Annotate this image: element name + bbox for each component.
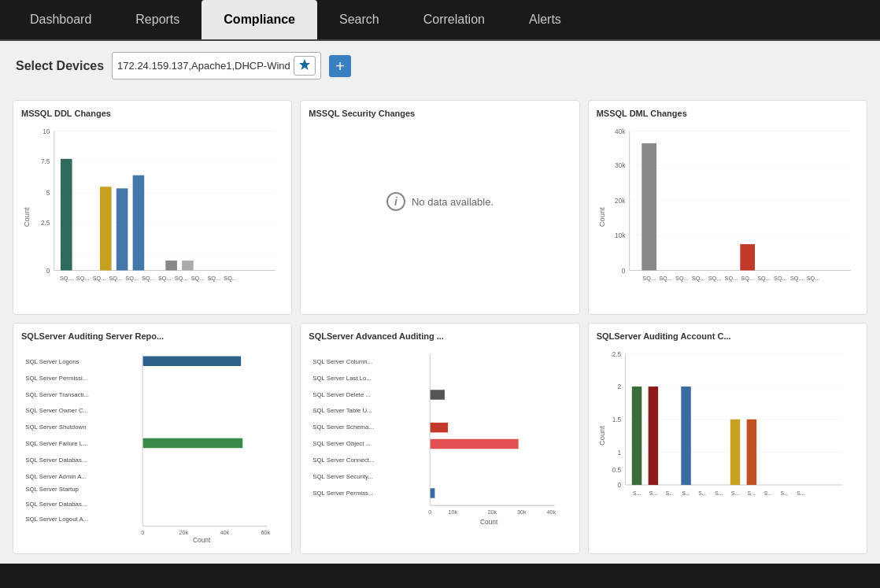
chart-title-server: SQLServer Auditing Server Repo... (21, 331, 283, 341)
svg-text:SQL Server Databas...: SQL Server Databas... (25, 457, 87, 464)
svg-text:S...: S... (698, 490, 706, 496)
svg-text:Count: Count (23, 207, 31, 227)
svg-text:SQ...: SQ... (224, 275, 237, 282)
svg-text:SQ...: SQ... (659, 275, 672, 282)
tab-compliance[interactable]: Compliance (202, 0, 317, 39)
device-input-text[interactable]: 172.24.159.137,Apache1,DHCP-Wind (117, 60, 290, 72)
server-chart-svg: SQL Server Logons SQL Server Permissi...… (21, 346, 283, 542)
svg-text:SQ...: SQ... (790, 275, 804, 282)
dml-chart-svg: Count 40k 30k 20k 10k 0 SQ... SQ... SQ..… (597, 123, 859, 303)
svg-text:30k: 30k (517, 508, 527, 516)
svg-text:10k: 10k (449, 508, 458, 516)
svg-rect-43 (642, 143, 656, 270)
svg-text:SQL Server Logons: SQL Server Logons (25, 358, 79, 365)
chart-svg-server: SQL Server Logons SQL Server Permissi...… (21, 346, 283, 545)
svg-text:S...: S... (797, 490, 804, 496)
svg-rect-114 (746, 420, 756, 485)
svg-text:S...: S... (764, 490, 771, 496)
chart-sqlserver-auditing-account: SQLServer Auditing Account C... Count 2.… (588, 323, 867, 554)
svg-text:SQL Server Transacti...: SQL Server Transacti... (25, 391, 89, 398)
svg-text:20k: 20k (179, 529, 188, 536)
svg-rect-17 (133, 176, 145, 271)
svg-text:SQL Server Failure L...: SQL Server Failure L... (25, 440, 87, 447)
svg-text:SQL Server Databas...: SQL Server Databas... (25, 501, 87, 508)
navigation-bar: Dashboard Reports Compliance Search Corr… (0, 0, 880, 41)
star-icon (298, 58, 311, 71)
svg-text:2.5: 2.5 (41, 219, 50, 227)
svg-text:Count: Count (480, 518, 498, 526)
svg-text:SQL Server Admin A...: SQL Server Admin A... (25, 473, 87, 480)
svg-text:SQ...: SQ... (207, 275, 220, 282)
svg-text:SQL Server Connect...: SQL Server Connect... (313, 457, 375, 464)
chart-svg-account: Count 2.5 2 1.5 1 0.5 0 (597, 346, 859, 529)
svg-text:S...: S... (682, 490, 690, 496)
svg-text:SQL Server Permiss...: SQL Server Permiss... (313, 490, 374, 497)
svg-text:SQ...: SQ... (125, 275, 139, 282)
svg-text:Count: Count (598, 207, 606, 227)
account-chart-svg: Count 2.5 2 1.5 1 0.5 0 (597, 346, 859, 526)
chart-title-ddl: MSSQL DDL Changes (21, 109, 283, 118)
tab-correlation[interactable]: Correlation (401, 0, 507, 39)
svg-text:0: 0 (617, 481, 621, 489)
svg-text:SQ...: SQ... (191, 275, 205, 282)
svg-text:SQ...: SQ... (158, 275, 172, 282)
chart-svg-dml: Count 40k 30k 20k 10k 0 SQ... SQ... SQ..… (597, 123, 859, 306)
chart-title-advanced: SQLServer Advanced Auditing ... (309, 331, 571, 341)
svg-text:SQ...: SQ... (724, 275, 738, 282)
chart-title-dml: MSSQL DML Changes (597, 109, 859, 118)
svg-text:SQL Server Object ...: SQL Server Object ... (313, 440, 372, 447)
svg-text:SQL Server Security...: SQL Server Security... (313, 473, 374, 480)
charts-grid: MSSQL DDL Changes Count 10 7.5 5 2.5 0 (0, 91, 880, 564)
svg-rect-67 (142, 357, 241, 366)
svg-rect-18 (165, 261, 177, 270)
ddl-chart-svg: Count 10 7.5 5 2.5 0 (21, 123, 283, 303)
svg-text:40k: 40k (220, 529, 229, 536)
svg-text:SQ...: SQ... (93, 275, 106, 282)
svg-text:20k: 20k (488, 508, 497, 516)
svg-text:S...: S... (731, 490, 739, 496)
svg-rect-14 (61, 159, 72, 271)
svg-text:60k: 60k (261, 529, 271, 536)
svg-rect-87 (430, 439, 518, 449)
svg-text:S...: S... (649, 490, 656, 496)
svg-text:SQL Server Delete ...: SQL Server Delete ... (313, 391, 372, 398)
svg-rect-113 (730, 420, 740, 485)
svg-text:S...: S... (780, 490, 788, 496)
svg-text:Count: Count (193, 536, 211, 542)
chart-mssql-ddl-changes: MSSQL DDL Changes Count 10 7.5 5 2.5 0 (13, 100, 292, 315)
svg-text:S...: S... (715, 490, 723, 496)
svg-text:SQ...: SQ... (741, 275, 754, 282)
chart-svg-ddl: Count 10 7.5 5 2.5 0 (21, 123, 283, 306)
device-selector-label: Select Devices (16, 59, 104, 73)
svg-text:1: 1 (617, 449, 621, 457)
svg-text:0: 0 (621, 267, 625, 275)
device-input-wrapper: 172.24.159.137,Apache1,DHCP-Wind (112, 52, 321, 80)
svg-rect-88 (430, 488, 434, 497)
svg-rect-110 (631, 386, 642, 485)
svg-text:SQ...: SQ... (175, 275, 188, 282)
svg-text:SQ...: SQ... (675, 275, 689, 282)
chart-mssql-dml-changes: MSSQL DML Changes Count 40k 30k 20k 10k … (588, 100, 867, 315)
svg-marker-0 (299, 59, 310, 70)
svg-text:SQL Server Table U...: SQL Server Table U... (313, 408, 372, 415)
tab-alerts[interactable]: Alerts (507, 0, 583, 39)
svg-text:2.5: 2.5 (612, 350, 621, 358)
svg-text:0: 0 (141, 529, 144, 536)
svg-text:SQ...: SQ... (774, 275, 787, 282)
svg-text:10: 10 (43, 128, 50, 135)
svg-text:30k: 30k (615, 161, 626, 169)
chart-sqlserver-auditing-server: SQLServer Auditing Server Repo... SQL Se… (13, 323, 292, 554)
svg-text:0: 0 (428, 508, 431, 516)
svg-text:5: 5 (46, 189, 50, 197)
svg-text:SQ...: SQ... (109, 275, 122, 282)
chart-svg-advanced: SQL Server Column... SQL Server Last Lo.… (309, 346, 571, 545)
device-star-button[interactable] (294, 56, 316, 76)
svg-text:40k: 40k (615, 128, 626, 135)
tab-dashboard[interactable]: Dashboard (8, 0, 113, 39)
device-add-button[interactable]: + (329, 55, 351, 77)
svg-text:SQ...: SQ... (142, 275, 155, 282)
svg-text:40k: 40k (547, 508, 556, 516)
tab-search[interactable]: Search (317, 0, 401, 39)
tab-reports[interactable]: Reports (113, 0, 202, 39)
svg-text:0.5: 0.5 (612, 467, 621, 475)
